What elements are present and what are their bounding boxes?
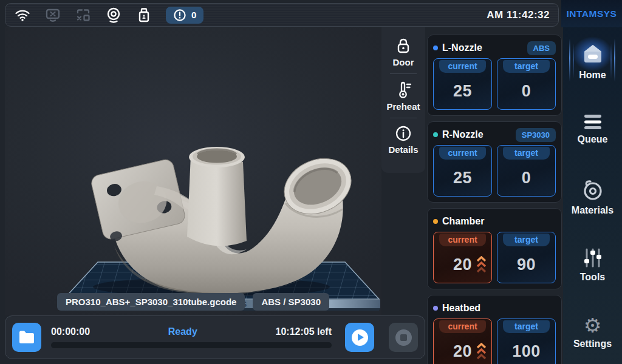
viewport-chips: PRO310_ABS+_SP3030_310tube.gcode ABS / S… [5, 293, 381, 311]
l-nozzle-material-badge: ABS [527, 41, 556, 55]
model-viewport[interactable]: INTAMSYS [5, 27, 381, 315]
sidebar-item-settings[interactable]: ⚙ Settings [563, 303, 622, 362]
alert-icon [173, 8, 186, 22]
sidebar-label-settings: Settings [573, 339, 612, 349]
r-nozzle-target-value: 0 [497, 160, 555, 196]
printer-status: Ready [90, 326, 275, 337]
heatbed-target-box[interactable]: target 100 [497, 318, 556, 364]
r-nozzle-current-value: 25 [434, 160, 491, 196]
home-icon [581, 42, 605, 66]
r-nozzle-status-dot [433, 132, 438, 137]
screen-layout-off-icon [75, 7, 92, 24]
sidebar-item-materials[interactable]: Materials [563, 167, 622, 226]
sliders-icon [582, 248, 604, 268]
heatbed-status-dot [433, 306, 438, 311]
chamber-title: Chamber [442, 216, 484, 227]
l-nozzle-status-dot [433, 46, 438, 50]
elapsed-time: 00:00:00 [51, 326, 90, 337]
l-nozzle-target-value: 0 [497, 73, 555, 109]
play-icon [358, 334, 364, 341]
branch-port [187, 147, 247, 246]
target-label: target [503, 147, 550, 160]
chamber-target-value: 90 [497, 246, 555, 283]
time-remaining: 10:12:05 left [276, 326, 332, 337]
sidebar-nav: Home Queue Materials Tools ⚙ Settings [563, 0, 622, 364]
temp-panel-r-nozzle: R-Nozzle SP3030 current 25 target 0 [427, 121, 562, 203]
status-bar: 0 AM 11:42:32 [5, 3, 559, 27]
print-control-bar: 00:00:00 Ready 10:12:05 left [5, 315, 425, 359]
material-combo-chip: ABS / SP3030 [253, 293, 329, 311]
chamber-current-box[interactable]: current 20 [433, 232, 492, 283]
thermometer-icon [394, 80, 412, 99]
alert-count: 0 [191, 10, 196, 20]
current-label: current [439, 60, 486, 73]
gear-icon: ⚙ [584, 317, 602, 335]
stop-print-button[interactable] [389, 323, 418, 352]
door-button[interactable]: Door [381, 33, 425, 71]
wifi-icon [14, 7, 31, 24]
chamber-status-dot [433, 219, 438, 224]
sidebar-item-tools[interactable]: Tools [563, 235, 622, 294]
sidebar-item-home[interactable]: Home [563, 32, 622, 90]
filament-spool-icon [581, 178, 604, 201]
target-label: target [503, 234, 550, 246]
queue-icon [583, 113, 603, 130]
details-button[interactable]: Details [381, 121, 425, 158]
sidebar-label-queue: Queue [578, 134, 608, 145]
preheat-button[interactable]: Preheat [381, 76, 425, 115]
details-label: Details [388, 144, 418, 155]
heatbed-target-value: 100 [497, 333, 555, 364]
temp-panel-chamber: Chamber current 20 target 90 [427, 208, 562, 289]
clock: AM 11:42:32 [487, 9, 550, 21]
brand-logo: INTAMSYS [561, 0, 622, 27]
file-browser-button[interactable] [12, 323, 41, 352]
display-off-icon [44, 7, 61, 24]
r-nozzle-material-badge: SP3030 [516, 128, 556, 142]
gcode-file-chip: PRO310_ABS+_SP3030_310tube.gcode [57, 293, 245, 311]
sidebar-item-queue[interactable]: Queue [563, 99, 622, 158]
progress-block: 00:00:00 Ready 10:12:05 left [51, 326, 332, 348]
strip-divider [390, 118, 417, 118]
r-nozzle-current-box[interactable]: current 25 [433, 145, 492, 197]
heating-up-icon [476, 256, 487, 274]
door-label: Door [393, 57, 414, 67]
info-icon [394, 124, 412, 143]
heating-up-icon [476, 343, 487, 361]
l-nozzle-current-box[interactable]: current 25 [433, 58, 492, 110]
current-label: current [439, 234, 486, 246]
sidebar-label-home: Home [579, 70, 606, 81]
r-nozzle-target-box[interactable]: target 0 [497, 145, 556, 197]
sidebar-label-materials: Materials [572, 205, 613, 216]
stop-icon [400, 334, 407, 341]
temp-panel-l-nozzle: L-Nozzle ABS current 25 target 0 [427, 35, 562, 116]
heatbed-current-box[interactable]: current 20 [433, 318, 492, 364]
temperature-panels: L-Nozzle ABS current 25 target 0 R-Nozzl… [427, 35, 562, 364]
chamber-target-box[interactable]: target 90 [497, 232, 556, 283]
r-nozzle-title: R-Nozzle [442, 129, 484, 140]
l-nozzle-title: L-Nozzle [442, 42, 482, 53]
current-label: current [439, 320, 486, 333]
model-preview-scene: INTAMSYS [5, 27, 381, 315]
lock-icon [394, 37, 412, 55]
l-nozzle-current-value: 25 [434, 73, 491, 109]
sidebar-label-tools: Tools [580, 272, 605, 283]
alerts-indicator[interactable]: 0 [166, 7, 203, 24]
heatbed-title: Heatbed [442, 303, 480, 314]
preheat-label: Preheat [386, 101, 420, 112]
l-nozzle-target-box[interactable]: target 0 [497, 58, 556, 110]
quick-actions-strip: Door Preheat Details [381, 27, 425, 173]
temp-panel-heatbed: Heatbed current 20 target 100 [427, 295, 562, 364]
target-label: target [503, 320, 550, 333]
current-label: current [439, 147, 486, 160]
folder-icon [18, 329, 36, 345]
strip-divider [390, 73, 417, 74]
camera-icon [105, 7, 122, 24]
start-print-button[interactable] [345, 323, 374, 352]
usb-icon [135, 7, 152, 24]
progress-bar [51, 342, 332, 348]
target-label: target [503, 60, 550, 73]
